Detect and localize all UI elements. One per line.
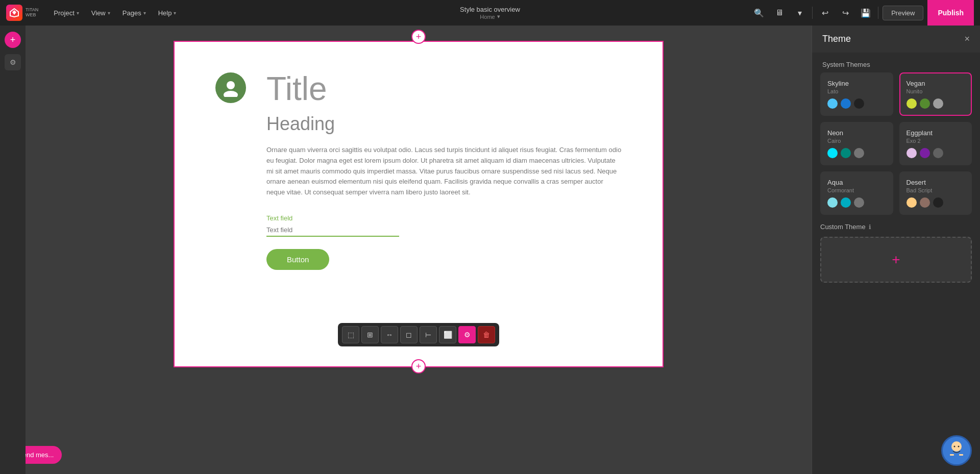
add-element-button[interactable]: + [5,32,21,48]
nav-right: 🔍 🖥 ▾ ↩ ↪ 💾 Preview Publish [751,0,974,26]
add-row-button-bottom[interactable]: + [411,359,426,373]
color-dot [933,148,943,158]
arrow-icon: ▾ [77,10,79,16]
nav-project[interactable]: Project ▾ [48,6,84,20]
color-dot [906,197,917,208]
svg-point-8 [954,446,955,447]
device-toggle[interactable]: ▾ [792,5,808,21]
color-dot [854,148,864,158]
logo[interactable]: TITAN WEB [6,5,38,21]
svg-point-6 [952,442,961,451]
color-dot [827,98,838,109]
nav-view[interactable]: View ▾ [86,6,115,20]
theme-font: Exo 2 [906,138,965,144]
color-dot [854,98,864,109]
top-nav: TITAN WEB Project ▾ View ▾ Pages ▾ Help … [0,0,980,26]
delete-button[interactable]: 🗑 [478,326,495,343]
preview-button[interactable]: Preview [883,6,923,20]
canvas-area: + Title Heading Ornare quam viverra orci… [26,26,812,474]
color-dot [854,197,864,208]
svg-rect-10 [950,454,954,456]
undo-button[interactable]: ↩ [817,5,833,21]
add-row-top: + [411,30,426,44]
publish-button[interactable]: Publish [927,0,974,26]
theme-name: Neon [827,129,886,137]
panel-header: Theme × [812,26,980,53]
theme-colors [906,148,965,158]
arrow-icon: ▾ [174,10,176,16]
svg-point-3 [224,91,238,97]
theme-colors [906,197,965,208]
theme-aqua[interactable]: Aqua Cormorant [820,171,893,215]
svg-marker-1 [12,10,16,15]
settings-icon-button[interactable]: ⚙ [5,54,21,70]
add-row-bottom: + [411,359,426,373]
save-button[interactable]: 💾 [857,5,874,21]
external-button[interactable]: ⬜ [439,326,456,343]
custom-theme-section: Custom Theme ℹ + [812,215,980,291]
left-sidebar: + ⚙ [0,26,26,474]
theme-font: Cairo [827,138,886,144]
search-button[interactable]: 🔍 [751,5,767,21]
content-column: Title Heading Ornare quam viverra orci s… [266,72,622,270]
theme-eggplant[interactable]: Eggplant Exo 2 [899,122,972,165]
theme-desert[interactable]: Desert Bad Script [899,171,972,215]
dashed-select-button[interactable]: ⬚ [342,326,359,343]
svg-point-9 [958,446,960,447]
theme-neon[interactable]: Neon Cairo [820,122,893,165]
color-dot [841,197,851,208]
color-dot [920,148,930,158]
logo-icon [6,5,22,21]
theme-name: Skyline [827,80,886,87]
nav-center: Style basic overview Home ▾ [460,6,520,20]
theme-colors [827,148,886,158]
theme-vegan[interactable]: Vegan Nunito [899,72,972,116]
theme-skyline[interactable]: Skyline Lato [820,72,893,116]
arrow-icon: ▾ [143,10,146,16]
theme-name: Aqua [827,179,886,186]
plus-icon: + [892,252,900,268]
action-button[interactable]: Button [266,249,329,270]
page-breadcrumb[interactable]: Home ▾ [460,13,520,20]
custom-theme-add-button[interactable]: + [820,237,972,283]
color-dot [933,98,943,109]
color-dot [841,98,851,109]
theme-colors [906,98,965,109]
theme-font: Lato [827,88,886,94]
grid-select-button[interactable]: ⊞ [361,326,379,343]
arrow-icon: ▾ [108,10,110,16]
nav-help[interactable]: Help ▾ [153,6,182,20]
theme-name: Eggplant [906,129,965,137]
color-dot [906,98,917,109]
chevron-down-icon: ▾ [497,13,500,20]
panel-close-button[interactable]: × [964,34,970,44]
color-dot [933,197,943,208]
nav-pages[interactable]: Pages ▾ [117,6,151,20]
theme-colors [827,98,886,109]
settings-toolbar-button[interactable]: ⚙ [458,326,476,343]
resize-button[interactable]: ◻ [400,326,418,343]
custom-theme-label: Custom Theme ℹ [820,223,972,231]
form-section: Text field [266,214,622,237]
color-dot [827,148,838,158]
info-icon: ℹ [869,223,871,231]
theme-font: Bad Script [906,187,965,193]
color-dot [920,98,930,109]
page-title: Style basic overview [460,6,520,13]
align-button[interactable]: ⊢ [420,326,437,343]
color-dot [920,197,930,208]
text-field-input[interactable] [266,224,399,237]
svg-point-2 [227,81,235,89]
redo-button[interactable]: ↪ [837,5,853,21]
move-button[interactable]: ↔ [381,326,398,343]
body-text: Ornare quam viverra orci sagittis eu vol… [266,145,622,198]
nav-menu: Project ▾ View ▾ Pages ▾ Help ▾ [48,6,751,20]
color-dot [841,148,851,158]
system-themes-label: System Themes [812,53,980,72]
add-row-button-top[interactable]: + [411,30,426,44]
main-title: Title [266,72,622,105]
color-dot [906,148,917,158]
element-toolbar: ⬚ ⊞ ↔ ◻ ⊢ ⬜ ⚙ 🗑 [338,323,499,346]
device-button[interactable]: 🖥 [771,5,788,21]
themes-grid: Skyline Lato Vegan Nunito [812,72,980,215]
